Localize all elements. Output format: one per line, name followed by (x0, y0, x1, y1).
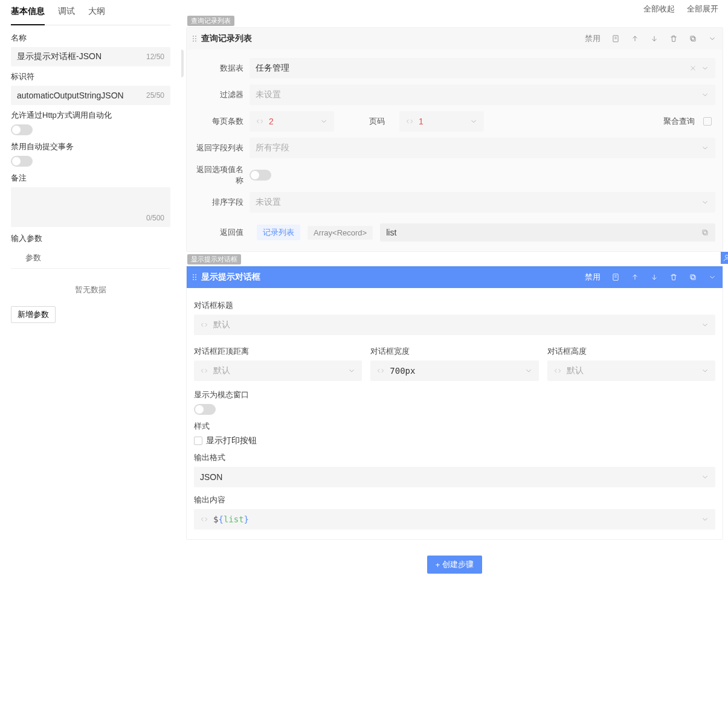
sidebar-tabs: 基本信息 调试 大纲 (11, 0, 170, 25)
dlg-width-label: 对话框宽度 (370, 346, 538, 357)
param-header: 参数 (11, 248, 170, 269)
dlg-title-select[interactable]: 默认 (194, 315, 715, 335)
http-switch[interactable] (11, 124, 33, 135)
params-empty: 暂无数据 (11, 269, 170, 306)
chevron-down-icon[interactable] (708, 273, 717, 281)
chevron-down-icon[interactable] (701, 367, 709, 375)
return-pill-active[interactable]: 记录列表 (257, 225, 300, 240)
create-step-button[interactable]: + 创建步骤 (427, 556, 483, 574)
tab-debug[interactable]: 调试 (58, 0, 75, 25)
code-icon (200, 321, 208, 329)
panel1-actions: 禁用 (585, 33, 717, 44)
chevron-down-icon[interactable] (701, 515, 709, 524)
chevron-down-icon[interactable] (701, 321, 709, 329)
chevron-down-icon[interactable] (347, 367, 356, 375)
chevron-down-icon[interactable] (701, 91, 709, 99)
disable-button[interactable]: 禁用 (585, 33, 601, 44)
note-icon[interactable] (611, 34, 620, 43)
move-up-icon[interactable] (631, 34, 639, 43)
chevron-down-icon[interactable] (701, 473, 709, 481)
user-badge-icon[interactable] (721, 252, 728, 264)
panel1-title: 查询记录列表 (201, 33, 585, 44)
returnfields-select[interactable]: 所有字段 (250, 138, 715, 158)
move-down-icon[interactable] (650, 34, 659, 43)
expand-all-link[interactable]: 全部展开 (687, 4, 718, 14)
add-param-button[interactable]: 新增参数 (11, 306, 56, 323)
chevron-down-icon[interactable] (469, 117, 478, 126)
delete-icon[interactable] (669, 273, 678, 281)
return-label: 返回值 (194, 227, 250, 238)
return-value-input[interactable]: list (380, 223, 715, 242)
pagenum-value: 1 (419, 117, 424, 126)
chevron-down-icon[interactable] (701, 144, 709, 152)
output-content-value: ${list} (213, 514, 249, 524)
dlg-title-label: 对话框标题 (194, 300, 715, 311)
svg-rect-1 (692, 37, 695, 41)
chevron-down-icon[interactable] (524, 367, 533, 375)
filter-label: 过滤器 (194, 89, 250, 100)
sidebar: 基本信息 调试 大纲 名称 显示提示对话框-JSON 12/50 标识符 aut… (0, 0, 181, 724)
datatable-value: 任务管理 (256, 63, 289, 74)
code-icon (405, 117, 414, 126)
splitter-handle[interactable] (181, 50, 184, 77)
dlg-height-label: 对话框高度 (547, 346, 715, 357)
dlg-top-label: 对话框距顶距离 (194, 346, 362, 357)
copy-icon[interactable] (689, 34, 697, 43)
dlg-width-select[interactable]: 700px (370, 360, 538, 381)
code-icon (200, 515, 208, 524)
svg-rect-3 (704, 231, 707, 235)
tx-switch[interactable] (11, 156, 33, 167)
identifier-counter: 25/50 (146, 91, 164, 100)
name-label: 名称 (11, 33, 170, 43)
dlg-title-value: 默认 (213, 319, 230, 330)
dlg-height-select[interactable]: 默认 (547, 360, 715, 381)
clear-icon[interactable] (689, 64, 697, 72)
move-up-icon[interactable] (631, 273, 639, 281)
tx-label: 禁用自动提交事务 (11, 141, 170, 152)
tab-outline[interactable]: 大纲 (88, 0, 105, 25)
modal-switch[interactable] (194, 404, 216, 415)
code-icon (200, 367, 208, 375)
code-icon (376, 367, 385, 375)
chevron-down-icon[interactable] (701, 64, 709, 72)
move-down-icon[interactable] (650, 273, 659, 281)
datatable-select[interactable]: 任务管理 (250, 58, 715, 78)
tab-basic-info[interactable]: 基本信息 (11, 0, 45, 25)
dlg-height-value: 默认 (567, 365, 584, 376)
main-area: 全部收起 全部展开 查询记录列表 查询记录列表 禁用 数据表 任务管理 (181, 0, 728, 724)
create-step-label: 创建步骤 (442, 559, 474, 570)
collapse-all-link[interactable]: 全部收起 (643, 4, 675, 14)
output-format-select[interactable]: JSON (194, 467, 715, 487)
top-links: 全部收起 全部展开 (181, 0, 728, 14)
disable-button[interactable]: 禁用 (585, 272, 601, 283)
output-format-label: 输出格式 (194, 452, 715, 463)
name-input[interactable]: 显示提示对话框-JSON 12/50 (11, 47, 170, 66)
aggregate-checkbox[interactable] (703, 117, 712, 126)
drag-handle-icon[interactable] (193, 274, 196, 280)
output-content-label: 输出内容 (194, 495, 715, 505)
chevron-down-icon[interactable] (320, 117, 328, 126)
remark-label: 备注 (11, 173, 170, 184)
note-icon[interactable] (611, 273, 620, 281)
returnoption-switch[interactable] (250, 170, 271, 181)
output-content-select[interactable]: ${list} (194, 509, 715, 530)
chevron-down-icon[interactable] (701, 198, 709, 207)
copy-icon[interactable] (701, 228, 709, 237)
delete-icon[interactable] (669, 34, 678, 43)
sort-select[interactable]: 未设置 (250, 192, 715, 213)
print-btn-checkbox[interactable] (194, 437, 202, 445)
dlg-width-value: 700px (390, 366, 415, 376)
pagesize-select[interactable]: 2 (250, 111, 334, 132)
modal-label: 显示为模态窗口 (194, 389, 715, 400)
drag-handle-icon[interactable] (193, 36, 196, 42)
identifier-input[interactable]: automaticOutputStringJSON 25/50 (11, 86, 170, 105)
dlg-top-select[interactable]: 默认 (194, 360, 362, 381)
chevron-down-icon[interactable] (708, 34, 717, 43)
return-pill-type: Array<Record> (308, 226, 373, 240)
filter-select[interactable]: 未设置 (250, 85, 715, 105)
identifier-value: automaticOutputStringJSON (17, 91, 124, 100)
dlg-top-value: 默认 (213, 365, 230, 376)
pagenum-select[interactable]: 1 (399, 111, 484, 132)
remark-textarea[interactable]: 0/500 (11, 187, 170, 227)
copy-icon[interactable] (689, 273, 697, 281)
